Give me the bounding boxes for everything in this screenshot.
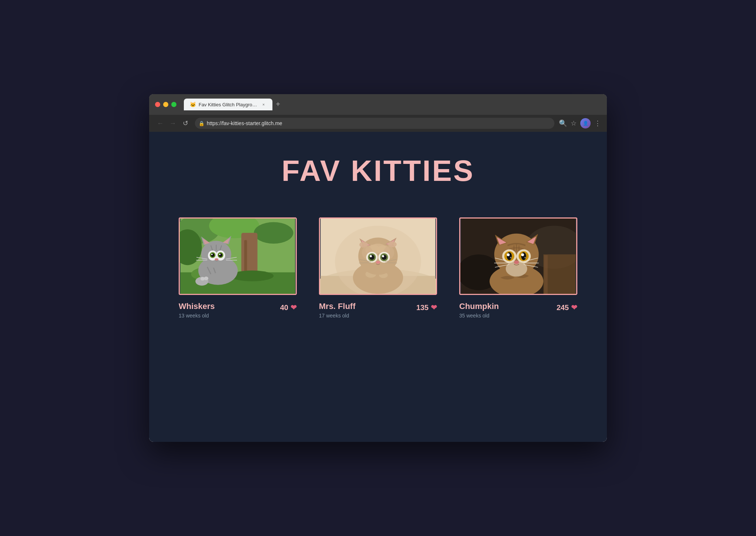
kitty-name-age-chumpkin: Chumpkin 35 weeks old xyxy=(459,302,499,319)
heart-icon-mrfluff: ❤ xyxy=(431,303,437,312)
svg-point-89 xyxy=(507,252,512,260)
svg-rect-74 xyxy=(544,255,548,294)
svg-point-91 xyxy=(507,253,510,256)
kitty-name-label-mrfluff: Mrs. Fluff xyxy=(319,302,355,311)
search-icon[interactable]: 🔍 xyxy=(559,119,567,127)
tab-favicon-icon: 🐱 xyxy=(190,102,196,107)
svg-point-25 xyxy=(211,253,214,257)
lock-icon: 🔒 xyxy=(199,121,205,126)
svg-line-69 xyxy=(385,262,397,263)
browser-chrome: 🐱 Fav Kitties Glitch Playground × + ← → … xyxy=(149,94,607,132)
window-controls xyxy=(155,102,176,107)
forward-button[interactable]: → xyxy=(168,118,178,128)
svg-point-29 xyxy=(215,258,219,261)
svg-point-95 xyxy=(514,261,519,264)
svg-point-65 xyxy=(376,261,380,264)
url-bar-container: 🔒 xyxy=(195,118,554,129)
kitty-age-label-mrfluff: 17 weeks old xyxy=(319,313,355,319)
kitty-likes-mrfluff[interactable]: 135 ❤ xyxy=(416,303,437,312)
tab-title-label: Fav Kitties Glitch Playground xyxy=(199,102,258,107)
svg-point-56 xyxy=(388,241,396,247)
page-content: FAV KITTIES xyxy=(149,132,607,442)
svg-point-27 xyxy=(211,254,213,255)
kitty-age-label-chumpkin: 35 weeks old xyxy=(459,313,499,319)
browser-window: 🐱 Fav Kitties Glitch Playground × + ← → … xyxy=(149,94,607,442)
kitty-name-label: Whiskers xyxy=(179,302,215,311)
kitty-image-mrfluff[interactable] xyxy=(319,217,437,295)
svg-point-28 xyxy=(219,254,220,255)
back-button[interactable]: ← xyxy=(155,118,165,128)
svg-line-67 xyxy=(359,262,371,263)
nav-buttons: ← → ↺ xyxy=(155,118,190,128)
address-bar: ← → ↺ 🔒 🔍 ☆ 👤 ⋮ xyxy=(149,115,607,132)
svg-rect-73 xyxy=(543,254,575,294)
kitty-card-mrfluff: Mrs. Fluff 17 weeks old 135 ❤ xyxy=(319,217,437,319)
svg-point-92 xyxy=(521,253,524,256)
kitty-age-label: 13 weeks old xyxy=(179,313,215,319)
svg-point-36 xyxy=(204,276,209,280)
kitty-info-mrfluff: Mrs. Fluff 17 weeks old 135 ❤ xyxy=(319,302,437,319)
svg-point-3 xyxy=(254,222,293,244)
kitty-info-chumpkin: Chumpkin 35 weeks old 245 ❤ xyxy=(459,302,577,319)
new-tab-button[interactable]: + xyxy=(272,99,284,110)
kitty-image-chumpkin[interactable] xyxy=(459,217,577,295)
svg-point-90 xyxy=(521,252,526,260)
kitty-info-whiskers: Whiskers 13 weeks old 40 ❤ xyxy=(179,302,297,319)
svg-point-94 xyxy=(525,257,526,258)
avatar[interactable]: 👤 xyxy=(580,118,591,128)
likes-count-mrfluff: 135 xyxy=(416,303,429,312)
close-window-button[interactable] xyxy=(155,102,160,107)
browser-tab-active[interactable]: 🐱 Fav Kitties Glitch Playground × xyxy=(184,99,272,110)
kitty-name-age-mrfluff: Mrs. Fluff 17 weeks old xyxy=(319,302,355,319)
toolbar-right: 🔍 ☆ 👤 ⋮ xyxy=(559,118,601,128)
kitty-likes-whiskers[interactable]: 40 ❤ xyxy=(280,303,297,312)
kitties-grid: Whiskers 13 weeks old 40 ❤ xyxy=(179,217,577,319)
reload-button[interactable]: ↺ xyxy=(180,118,190,128)
likes-count-whiskers: 40 xyxy=(280,303,288,312)
heart-icon-chumpkin: ❤ xyxy=(571,303,577,312)
page-title: FAV KITTIES xyxy=(282,154,475,188)
bookmark-icon[interactable]: ☆ xyxy=(571,119,577,127)
svg-point-55 xyxy=(359,242,368,248)
svg-rect-6 xyxy=(244,240,247,276)
menu-icon[interactable]: ⋮ xyxy=(594,119,601,127)
tab-close-button[interactable]: × xyxy=(261,102,267,107)
kitty-card-whiskers: Whiskers 13 weeks old 40 ❤ xyxy=(179,217,297,319)
maximize-window-button[interactable] xyxy=(171,102,176,107)
minimize-window-button[interactable] xyxy=(163,102,168,107)
kitty-likes-chumpkin[interactable]: 245 ❤ xyxy=(557,303,577,312)
title-bar: 🐱 Fav Kitties Glitch Playground × + xyxy=(149,94,607,115)
kitty-name-age-whiskers: Whiskers 13 weeks old xyxy=(179,302,215,319)
url-input[interactable] xyxy=(195,118,554,129)
kitty-image-whiskers[interactable] xyxy=(179,217,297,295)
kitty-name-label-chumpkin: Chumpkin xyxy=(459,302,499,311)
svg-point-64 xyxy=(382,255,384,257)
svg-point-63 xyxy=(370,255,372,257)
heart-icon-whiskers: ❤ xyxy=(291,303,297,312)
svg-point-48 xyxy=(370,244,386,252)
svg-point-26 xyxy=(219,253,223,257)
svg-point-93 xyxy=(510,257,512,258)
kitty-card-chumpkin: Chumpkin 35 weeks old 245 ❤ xyxy=(459,217,577,319)
likes-count-chumpkin: 245 xyxy=(557,303,569,312)
